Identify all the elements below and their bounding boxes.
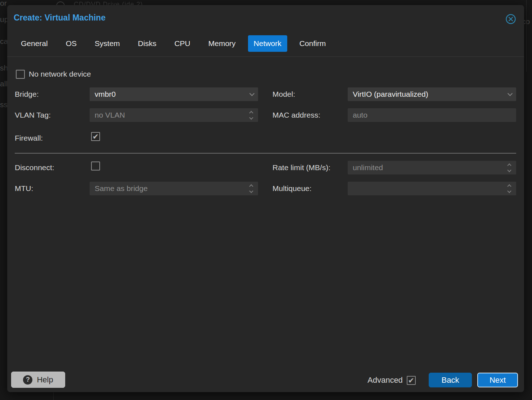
spinner-icon[interactable] (246, 112, 258, 119)
rate-limit-label: Rate limit (MB/s): (272, 161, 330, 174)
multiqueue-input[interactable] (348, 182, 504, 195)
create-vm-dialog: Create: Virtual Machine General OS Syste… (7, 5, 524, 392)
mac-address-input[interactable] (348, 108, 516, 122)
background-fragment: all (0, 79, 8, 88)
chevron-down-icon[interactable] (246, 93, 258, 95)
background-fragment: ss (0, 100, 8, 109)
background-divider (53, 392, 54, 400)
spinner-icon[interactable] (504, 185, 516, 192)
tab-bar: General OS System Disks CPU Memory Netwo… (15, 35, 338, 52)
no-network-device-label: No network device (29, 67, 91, 81)
mac-address-label: MAC address: (272, 108, 320, 122)
tab-os[interactable]: OS (60, 35, 82, 52)
mtu-label: MTU: (15, 182, 33, 195)
mac-address-field (348, 108, 516, 122)
mtu-field (90, 182, 258, 195)
back-button[interactable]: Back (429, 373, 472, 387)
firewall-label: Firewall: (15, 131, 43, 145)
multiqueue-label: Multiqueue: (272, 182, 312, 195)
chevron-down-icon[interactable] (504, 93, 516, 95)
background-fragment: or (0, 0, 7, 8)
help-button-label: Help (37, 375, 53, 385)
disconnect-label: Disconnect: (15, 161, 54, 174)
question-mark-icon: ? (23, 375, 32, 385)
vlan-tag-input[interactable] (90, 108, 246, 122)
section-divider (15, 153, 516, 154)
tab-disks[interactable]: Disks (132, 35, 162, 52)
next-button[interactable]: Next (477, 373, 518, 387)
model-label: Model: (272, 87, 295, 101)
advanced-checkbox[interactable] (407, 376, 416, 385)
tab-cpu[interactable]: CPU (168, 35, 196, 52)
model-select[interactable]: VirtIO (paravirtualized) (348, 87, 516, 101)
tab-general[interactable]: General (15, 35, 54, 52)
close-icon (505, 14, 516, 24)
tab-network[interactable]: Network (248, 35, 287, 52)
spinner-icon[interactable] (246, 185, 258, 192)
rate-limit-input[interactable] (348, 161, 504, 174)
multiqueue-field (348, 182, 516, 195)
background-fragment: sh (0, 64, 8, 72)
bridge-select[interactable]: vmbr0 (90, 87, 258, 101)
advanced-toggle: Advanced (368, 376, 416, 385)
vlan-tag-label: VLAN Tag: (15, 108, 51, 122)
background-fragment: ca (0, 37, 8, 46)
no-network-device-checkbox[interactable] (16, 70, 25, 79)
close-button[interactable] (505, 14, 516, 24)
disconnect-checkbox[interactable] (91, 162, 100, 171)
tab-bar-divider (7, 56, 524, 57)
tab-confirm[interactable]: Confirm (294, 35, 332, 52)
spinner-icon[interactable] (504, 164, 516, 172)
firewall-checkbox[interactable] (91, 132, 100, 141)
dialog-title: Create: Virtual Machine (14, 13, 105, 23)
tab-memory[interactable]: Memory (203, 35, 242, 52)
screen: CD/DVD Drive (ide 2) or up ca sh all ss … (0, 0, 532, 400)
mtu-input[interactable] (90, 182, 246, 195)
vlan-tag-field (90, 108, 258, 122)
model-value: VirtIO (paravirtualized) (348, 90, 504, 99)
background-divider (526, 0, 527, 72)
advanced-label: Advanced (368, 376, 403, 385)
tab-system[interactable]: System (89, 35, 126, 52)
bridge-value: vmbr0 (90, 90, 246, 99)
bridge-label: Bridge: (15, 87, 39, 101)
help-button[interactable]: ? Help (11, 372, 65, 388)
rate-limit-field (348, 161, 516, 174)
